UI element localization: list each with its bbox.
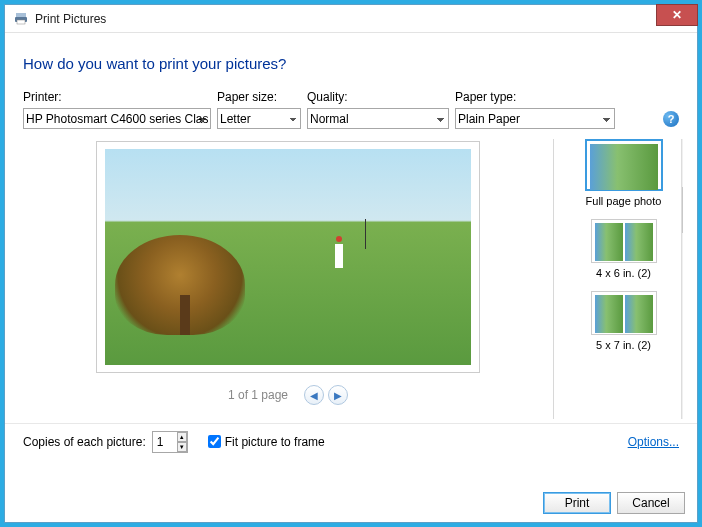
pager: 1 of 1 page ◀ ▶ xyxy=(228,385,348,405)
svg-rect-0 xyxy=(16,13,26,17)
flag-graphic xyxy=(365,219,366,249)
paper-type-select[interactable]: Plain Paper xyxy=(455,108,615,129)
pager-text: 1 of 1 page xyxy=(228,388,288,402)
fit-checkbox[interactable] xyxy=(208,435,221,448)
dialog-buttons: Print Cancel xyxy=(543,492,685,514)
close-button[interactable]: ✕ xyxy=(656,4,698,26)
paper-size-select[interactable]: Letter xyxy=(217,108,301,129)
printer-select[interactable]: HP Photosmart C4600 series Class xyxy=(23,108,211,129)
window-title: Print Pictures xyxy=(35,12,106,26)
titlebar: Print Pictures xyxy=(5,5,697,33)
print-pictures-dialog: ✕ Print Pictures How do you want to prin… xyxy=(4,4,698,523)
layout-4x6-label: 4 x 6 in. (2) xyxy=(591,267,657,279)
golfer-graphic xyxy=(335,244,343,268)
quality-select[interactable]: Normal xyxy=(307,108,449,129)
page-heading: How do you want to print your pictures? xyxy=(5,33,697,90)
copies-up-button[interactable]: ▲ xyxy=(177,432,187,442)
scroll-up-button[interactable]: ▲ xyxy=(682,139,683,155)
copies-label: Copies of each picture: xyxy=(23,435,146,449)
printer-icon xyxy=(13,11,29,27)
layout-panel: ▲ ▼ Full page photo 4 x 6 in. (2) 5 x 7 … xyxy=(553,139,683,419)
close-icon: ✕ xyxy=(672,8,682,22)
layout-4x6[interactable]: 4 x 6 in. (2) xyxy=(591,219,657,279)
copies-down-button[interactable]: ▼ xyxy=(177,442,187,452)
prev-page-button[interactable]: ◀ xyxy=(304,385,324,405)
layout-full-thumb xyxy=(585,139,663,191)
option-labels-row: Printer: Paper size: Quality: Paper type… xyxy=(5,90,697,104)
layout-full-label: Full page photo xyxy=(585,195,663,207)
option-selects-row: HP Photosmart C4600 series Class Letter … xyxy=(5,104,697,129)
tree-graphic xyxy=(115,235,245,335)
printer-label: Printer: xyxy=(23,90,217,104)
scrollbar-thumb[interactable] xyxy=(682,187,683,233)
print-button[interactable]: Print xyxy=(543,492,611,514)
options-link[interactable]: Options... xyxy=(628,435,679,449)
layout-full-page[interactable]: Full page photo xyxy=(585,139,663,207)
fit-label: Fit picture to frame xyxy=(225,435,325,449)
copies-stepper: ▲ ▼ xyxy=(152,431,188,453)
scroll-down-button[interactable]: ▼ xyxy=(682,403,683,419)
scrollbar-track[interactable] xyxy=(681,139,683,419)
svg-rect-2 xyxy=(17,20,25,24)
preview-image xyxy=(105,149,471,365)
preview-pane: 1 of 1 page ◀ ▶ xyxy=(23,139,553,419)
quality-label: Quality: xyxy=(307,90,455,104)
layout-4x6-thumb xyxy=(591,219,657,263)
layout-5x7[interactable]: 5 x 7 in. (2) xyxy=(591,291,657,351)
layout-5x7-label: 5 x 7 in. (2) xyxy=(591,339,657,351)
bottom-bar: Copies of each picture: ▲ ▼ Fit picture … xyxy=(5,423,697,453)
help-icon[interactable]: ? xyxy=(663,111,679,127)
cancel-button[interactable]: Cancel xyxy=(617,492,685,514)
content-area: 1 of 1 page ◀ ▶ ▲ ▼ Full page photo 4 x … xyxy=(5,129,697,419)
next-page-button[interactable]: ▶ xyxy=(328,385,348,405)
fit-picture-option[interactable]: Fit picture to frame xyxy=(208,435,325,449)
paper-type-label: Paper type: xyxy=(455,90,615,104)
layout-5x7-thumb xyxy=(591,291,657,335)
print-preview xyxy=(96,141,480,373)
paper-size-label: Paper size: xyxy=(217,90,307,104)
